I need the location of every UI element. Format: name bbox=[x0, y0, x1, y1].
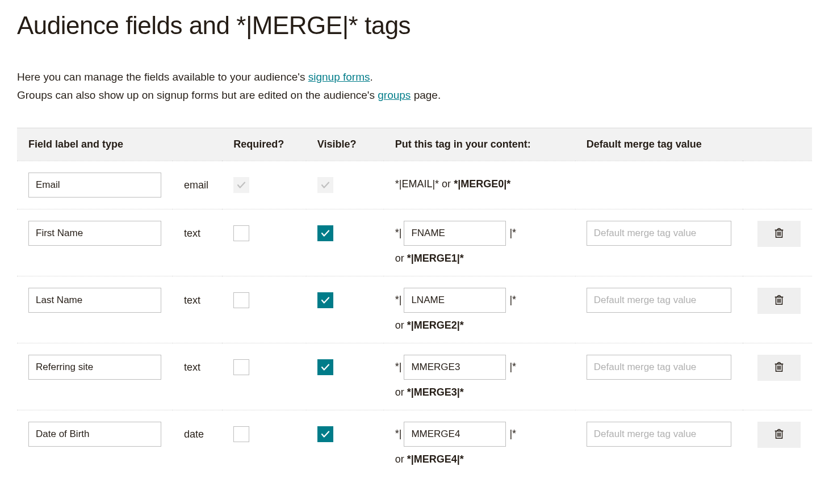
merge-tag-wrapper: *||* bbox=[395, 422, 564, 447]
default-value-input[interactable] bbox=[587, 221, 731, 246]
table-row: text*||*or *|MERGE1|* bbox=[17, 209, 812, 276]
intro-line1-before: Here you can manage the fields available… bbox=[17, 71, 308, 83]
visible-checkbox[interactable] bbox=[317, 426, 333, 442]
svg-line-5 bbox=[777, 229, 778, 230]
merge-tag-suffix: |* bbox=[509, 361, 516, 373]
page-title: Audience fields and *|MERGE|* tags bbox=[17, 11, 812, 40]
intro-line2-before: Groups can also show up on signup forms … bbox=[17, 89, 378, 101]
merge-tag-prefix: *| bbox=[395, 294, 402, 306]
intro-line1-after: . bbox=[370, 71, 373, 83]
merge-tag-wrapper: *||* bbox=[395, 288, 564, 313]
required-checkbox[interactable] bbox=[233, 359, 249, 375]
visible-checkbox[interactable] bbox=[317, 359, 333, 375]
column-header-tag: Put this tag in your content: bbox=[384, 128, 575, 161]
field-label-input[interactable] bbox=[28, 355, 161, 380]
svg-line-6 bbox=[780, 229, 781, 230]
required-checkbox[interactable] bbox=[233, 225, 249, 241]
merge-tag-suffix: |* bbox=[509, 428, 516, 440]
default-value-input[interactable] bbox=[587, 355, 731, 380]
column-header-default: Default merge tag value bbox=[575, 128, 743, 161]
merge-tag-alt: or *|MERGE2|* bbox=[395, 320, 564, 331]
merge-fields-table: Field label and type Required? Visible? … bbox=[17, 128, 812, 477]
trash-icon bbox=[773, 427, 785, 442]
svg-line-30 bbox=[780, 430, 781, 431]
trash-icon bbox=[773, 293, 785, 308]
intro-text: Here you can manage the fields available… bbox=[17, 68, 812, 105]
merge-tag-suffix: |* bbox=[509, 227, 516, 239]
delete-button[interactable] bbox=[757, 221, 801, 247]
merge-tag-input[interactable] bbox=[404, 355, 506, 380]
field-label-input[interactable] bbox=[28, 173, 161, 198]
merge-tag-input[interactable] bbox=[404, 422, 506, 447]
svg-line-22 bbox=[780, 363, 781, 364]
merge-tag-prefix: *| bbox=[395, 361, 402, 373]
field-type-label: date bbox=[184, 422, 204, 440]
svg-line-14 bbox=[780, 296, 781, 297]
column-header-label: Field label and type bbox=[17, 128, 222, 161]
required-checkbox[interactable] bbox=[233, 426, 249, 442]
merge-tag-prefix: *| bbox=[395, 428, 402, 440]
default-value-input[interactable] bbox=[587, 288, 731, 313]
column-header-required: Required? bbox=[222, 128, 305, 161]
svg-line-29 bbox=[777, 430, 778, 431]
column-header-visible: Visible? bbox=[306, 128, 384, 161]
field-type-label: text bbox=[184, 288, 200, 306]
signup-forms-link[interactable]: signup forms bbox=[308, 71, 370, 83]
field-label-input[interactable] bbox=[28, 288, 161, 313]
field-type-label: text bbox=[184, 221, 200, 240]
visible-checkbox[interactable] bbox=[317, 225, 333, 241]
required-checkbox[interactable] bbox=[233, 292, 249, 308]
table-row: text*||*or *|MERGE2|* bbox=[17, 276, 812, 343]
delete-button[interactable] bbox=[757, 288, 801, 314]
groups-link[interactable]: groups bbox=[378, 89, 411, 101]
delete-button[interactable] bbox=[757, 355, 801, 381]
field-label-input[interactable] bbox=[28, 221, 161, 246]
intro-line2-after: page. bbox=[411, 89, 441, 101]
delete-button[interactable] bbox=[757, 422, 801, 448]
visible-checkbox bbox=[317, 177, 333, 193]
default-value-input[interactable] bbox=[587, 422, 731, 447]
field-type-label: text bbox=[184, 355, 200, 373]
field-type-label: email bbox=[184, 173, 208, 191]
field-label-input[interactable] bbox=[28, 422, 161, 447]
table-row: date*||*or *|MERGE4|* bbox=[17, 410, 812, 477]
merge-tag-alt: or *|MERGE4|* bbox=[395, 453, 564, 465]
svg-line-13 bbox=[777, 296, 778, 297]
merge-tag-wrapper: *||* bbox=[395, 355, 564, 380]
merge-tag-prefix: *| bbox=[395, 227, 402, 239]
required-checkbox bbox=[233, 177, 249, 193]
merge-tag-wrapper: *||* bbox=[395, 221, 564, 246]
column-header-delete bbox=[743, 128, 812, 161]
merge-tag-alt: or *|MERGE1|* bbox=[395, 253, 564, 264]
table-row: email*|EMAIL|* or *|MERGE0|* bbox=[17, 161, 812, 209]
trash-icon bbox=[773, 360, 785, 375]
table-row: text*||*or *|MERGE3|* bbox=[17, 343, 812, 410]
merge-tag-alt: or *|MERGE3|* bbox=[395, 387, 564, 398]
merge-tag-input[interactable] bbox=[404, 221, 506, 246]
merge-tag-input[interactable] bbox=[404, 288, 506, 313]
svg-line-21 bbox=[777, 363, 778, 364]
merge-tag-text: *|EMAIL|* or *|MERGE0|* bbox=[395, 173, 564, 190]
trash-icon bbox=[773, 226, 785, 241]
merge-tag-suffix: |* bbox=[509, 294, 516, 306]
visible-checkbox[interactable] bbox=[317, 292, 333, 308]
